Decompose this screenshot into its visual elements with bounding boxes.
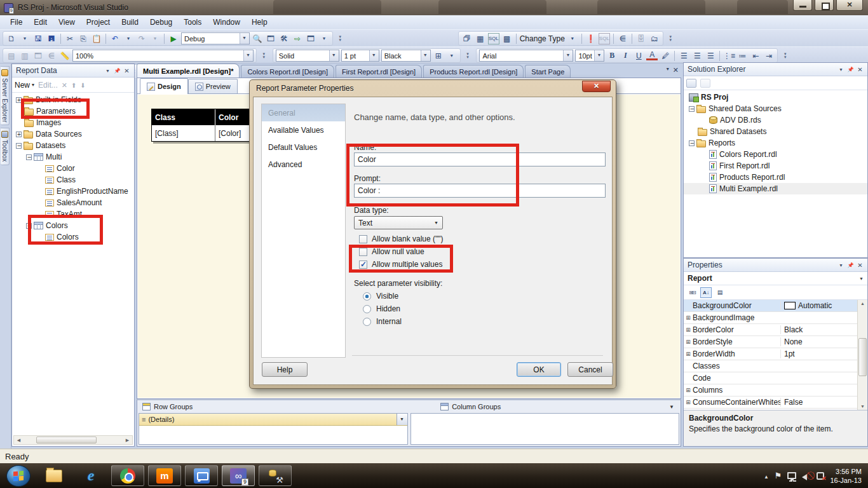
property-row-backgroundimage[interactable]: BackgroundImage — [684, 312, 867, 324]
property-row-borderwidth[interactable]: BorderWidth1pt — [684, 348, 867, 360]
tree-item-products-report[interactable]: Products Report.rdl — [684, 172, 867, 183]
nav-advanced[interactable]: Advanced — [262, 156, 345, 173]
menu-project[interactable]: Project — [81, 17, 115, 28]
tree-item-shared-datasets[interactable]: Shared Datasets — [684, 126, 867, 137]
tab-list-dropdown-icon[interactable]: ▾ — [667, 66, 669, 74]
property-pages-icon[interactable] — [714, 287, 726, 298]
redo-icon[interactable]: ↷ — [136, 33, 147, 44]
report-body-icon[interactable]: ▥ — [19, 50, 31, 62]
horizontal-scrollbar[interactable]: ◀ ▶ — [13, 435, 133, 445]
underline-icon[interactable]: U — [633, 50, 644, 62]
help-button[interactable]: Help — [262, 362, 308, 377]
collapse-icon[interactable] — [26, 154, 32, 160]
numbered-list-icon[interactable]: ⋮≡ — [723, 50, 735, 62]
scrollbar-thumb[interactable] — [36, 437, 97, 444]
edit-button[interactable]: Edit... — [38, 81, 58, 90]
new-item-dropdown-icon[interactable]: ▾ — [19, 33, 31, 44]
scrollbar-thumb[interactable] — [858, 338, 867, 376]
combo-dropdown-icon[interactable] — [329, 50, 339, 61]
details-dropdown-icon[interactable] — [397, 414, 407, 425]
group-by-icon[interactable]: ⋹ — [617, 33, 628, 44]
expand-icon[interactable] — [684, 315, 693, 321]
column-groups-pane[interactable] — [410, 413, 679, 445]
tree-item-datasets[interactable]: Datasets — [12, 140, 134, 151]
move-up-icon[interactable] — [71, 81, 76, 90]
internal-radio[interactable]: Internal — [363, 317, 402, 326]
volume-muted-icon[interactable] — [802, 472, 811, 480]
pin-icon[interactable] — [112, 66, 122, 75]
window-position-icon[interactable] — [836, 65, 846, 74]
italic-icon[interactable]: I — [620, 50, 631, 62]
cancel-button[interactable]: Cancel — [567, 362, 613, 377]
tree-item-field-class[interactable]: Class — [12, 174, 134, 186]
pin-icon[interactable] — [846, 261, 855, 269]
scroll-right-icon[interactable]: ▶ — [123, 436, 132, 444]
tree-item-field-salesamount[interactable]: SalesAmount — [12, 197, 134, 208]
properties-window-icon[interactable]: 🗔 — [265, 33, 276, 44]
taskbar-chat-app-button[interactable] — [185, 465, 218, 486]
pin-icon[interactable] — [846, 65, 855, 74]
tree-item-field-color[interactable]: Color — [12, 163, 134, 174]
combo-dropdown-icon[interactable] — [563, 50, 573, 61]
tree-item-colors-report[interactable]: Colors Report.rdl — [684, 149, 867, 160]
close-button[interactable] — [836, 0, 863, 11]
tree-item-field-englishproductname[interactable]: EnglishProductName — [12, 186, 134, 197]
taskbar-messaging-app-button[interactable]: m — [148, 465, 181, 486]
add-new-diagram-icon[interactable]: 🗂 — [649, 33, 660, 44]
window-position-icon[interactable] — [836, 261, 846, 269]
expand-icon[interactable] — [684, 399, 693, 405]
close-icon[interactable] — [122, 66, 132, 75]
move-down-icon[interactable] — [80, 81, 85, 90]
property-row-backgroundcolor[interactable]: BackgroundColorAutomatic — [684, 300, 867, 312]
combo-dropdown-icon[interactable] — [421, 50, 430, 61]
scroll-left-icon[interactable]: ◀ — [14, 436, 24, 444]
tree-item-multi-dataset[interactable]: Multi — [12, 151, 134, 163]
taskbar-clock[interactable]: 3:56 PM 16-Jan-13 — [830, 467, 862, 485]
undo-icon[interactable]: ↶ — [109, 33, 121, 44]
borders-dropdown-icon[interactable]: ▾ — [446, 50, 458, 62]
find-in-files-icon[interactable]: 🔍 — [252, 33, 263, 44]
results-view-icon[interactable]: ▩ — [501, 33, 513, 44]
tree-item-shared-data-sources[interactable]: Shared Data Sources — [684, 103, 867, 114]
window-position-icon[interactable] — [103, 66, 112, 75]
nav-general[interactable]: General — [262, 104, 345, 121]
combo-dropdown-icon[interactable] — [240, 33, 249, 44]
show-hidden-icons-icon[interactable] — [764, 471, 769, 480]
nav-default-values[interactable]: Default Values — [262, 139, 345, 156]
tree-item-project[interactable]: RS Proj — [684, 92, 867, 103]
minimize-button[interactable] — [793, 0, 812, 11]
collapse-icon[interactable] — [689, 106, 695, 112]
toolbar-overflow-icon[interactable] — [464, 48, 471, 63]
highlight-color-icon[interactable]: 🖉 — [660, 50, 671, 62]
ruler-icon[interactable]: 📏 — [59, 50, 71, 62]
tablix-cell-class[interactable]: [Class] — [152, 125, 215, 141]
property-row-code[interactable]: Code — [684, 372, 867, 384]
grouping-icon[interactable]: ⋹ — [46, 50, 57, 62]
categorized-icon[interactable] — [686, 287, 698, 298]
align-center-icon[interactable]: ☰ — [691, 50, 703, 62]
tab-first-report[interactable]: First Report.rdl [Design] — [336, 65, 422, 78]
border-width-combo[interactable]: 1 pt — [341, 50, 379, 62]
menu-edit[interactable]: Edit — [29, 17, 52, 28]
toolbar-overflow-icon[interactable] — [336, 31, 344, 46]
add-table-icon[interactable]: 🗄 — [635, 33, 647, 44]
vertical-scrollbar[interactable] — [857, 300, 867, 410]
new-button[interactable]: New — [15, 81, 34, 90]
tab-products-report[interactable]: Products Report.rdl [Design] — [423, 65, 524, 78]
tree-item-data-sources[interactable]: Data Sources — [12, 128, 134, 140]
property-row-bordercolor[interactable]: BorderColorBlack — [684, 324, 867, 336]
menu-build[interactable]: Build — [116, 17, 144, 28]
start-button[interactable] — [6, 465, 31, 487]
row-groups-pane[interactable]: (Details) — [139, 413, 408, 445]
combo-dropdown-icon[interactable] — [243, 50, 253, 61]
tree-item-first-report[interactable]: First Report.rdl — [684, 160, 867, 172]
save-icon[interactable]: 🖫 — [32, 33, 44, 44]
property-row-classes[interactable]: Classes — [684, 360, 867, 372]
align-right-icon[interactable]: ☰ — [705, 50, 716, 62]
save-all-icon[interactable]: 🖪 — [46, 33, 57, 44]
toolbar-overflow-icon[interactable] — [667, 31, 674, 46]
menu-tools[interactable]: Tools — [179, 17, 207, 28]
collapse-icon[interactable] — [16, 143, 22, 149]
dialog-close-button[interactable] — [582, 81, 611, 92]
close-icon[interactable] — [855, 261, 865, 269]
